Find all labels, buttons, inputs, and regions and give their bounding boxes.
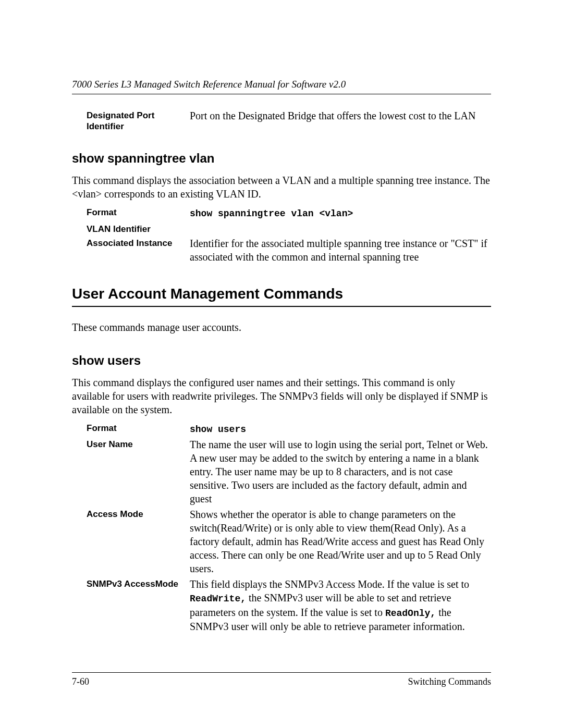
term-user-name: User Name	[87, 438, 190, 505]
text-snmp-pre: This field displays the SNMPv3 Access Mo…	[190, 578, 469, 590]
definition-row: Format show users	[72, 422, 491, 436]
definition-row: VLAN Identifier	[72, 223, 491, 235]
desc-snmpv3-accessmode: This field displays the SNMPv3 Access Mo…	[190, 577, 491, 633]
term-format: Format	[87, 206, 190, 220]
defblock-show-users: Format show users User Name The name the…	[72, 422, 491, 633]
section-rule	[72, 306, 491, 307]
definition-row: Format show spanningtree vlan <vlan>	[72, 206, 491, 220]
code-readonly: ReadOnly,	[385, 608, 436, 619]
defblock-spanningtree-vlan: Format show spanningtree vlan <vlan> VLA…	[72, 206, 491, 264]
heading-show-spanningtree-vlan: show spanningtree vlan	[72, 151, 491, 166]
term-associated-instance: Associated Instance	[87, 237, 190, 264]
footer-section: Switching Commands	[408, 676, 491, 688]
intro-spanningtree-vlan: This command displays the association be…	[72, 174, 491, 201]
cmd-show-spanningtree-vlan: show spanningtree vlan <vlan>	[190, 208, 353, 219]
heading-user-account-management-commands: User Account Management Commands	[72, 285, 491, 303]
term-format: Format	[87, 422, 190, 436]
code-readwrite: ReadWrite,	[190, 594, 246, 604]
desc-associated-instance: Identifier for the associated multiple s…	[190, 237, 491, 264]
cmd-show-users: show users	[190, 424, 246, 435]
definition-row: SNMPv3 AccessMode This field displays th…	[72, 577, 491, 633]
footer-rule	[72, 672, 491, 673]
page-number: 7-60	[72, 676, 89, 688]
term-access-mode: Access Mode	[87, 508, 190, 575]
intro-show-users: This command displays the configured use…	[72, 376, 491, 416]
heading-show-users: show users	[72, 353, 491, 368]
desc-user-name: The name the user will use to login usin…	[190, 438, 491, 505]
definition-row: Designated Port Identifier Port on the D…	[72, 109, 491, 132]
running-header: 7000 Series L3 Managed Switch Reference …	[72, 78, 491, 91]
term-vlan-identifier: VLAN Identifier	[87, 223, 190, 235]
desc-vlan-identifier	[190, 223, 491, 235]
definition-row: Associated Instance Identifier for the a…	[72, 237, 491, 264]
term-designated-port-identifier: Designated Port Identifier	[87, 109, 190, 132]
desc-designated-port-identifier: Port on the Designated Bridge that offer…	[190, 109, 491, 132]
term-snmpv3-accessmode: SNMPv3 AccessMode	[87, 577, 190, 633]
page-footer: 7-60 Switching Commands	[72, 672, 491, 688]
header-rule	[72, 94, 491, 94]
intro-user-account-management: These commands manage user accounts.	[72, 320, 491, 334]
desc-format: show spanningtree vlan <vlan>	[190, 206, 491, 220]
definition-row: User Name The name the user will use to …	[72, 438, 491, 505]
definition-row: Access Mode Shows whether the operator i…	[72, 508, 491, 575]
page: 7000 Series L3 Managed Switch Reference …	[0, 0, 563, 728]
desc-format: show users	[190, 422, 491, 436]
desc-access-mode: Shows whether the operator is able to ch…	[190, 508, 491, 575]
